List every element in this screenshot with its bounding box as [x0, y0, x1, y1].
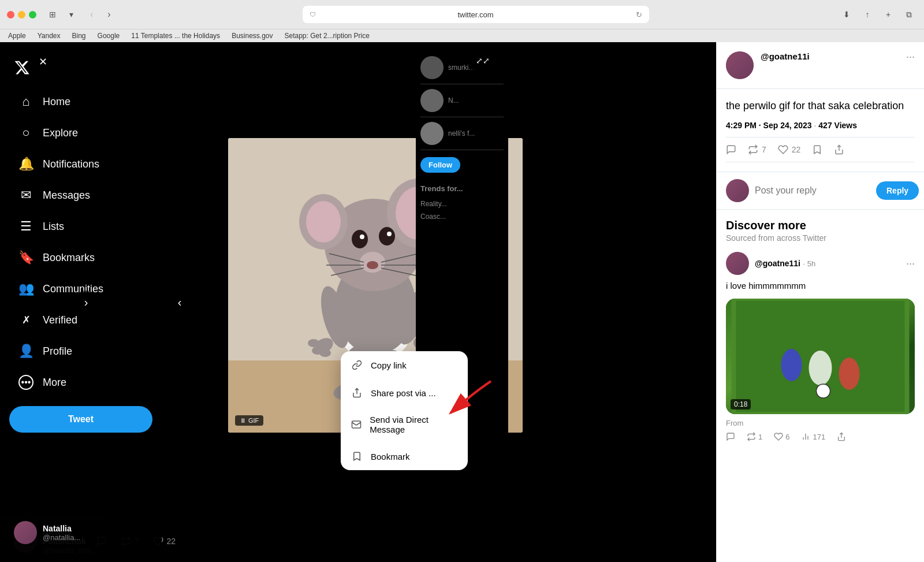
close-traffic-light[interactable]	[7, 11, 14, 18]
partial-text-2: N...	[448, 96, 459, 105]
reload-icon[interactable]: ↻	[636, 10, 642, 19]
discover-avatar[interactable]	[726, 252, 749, 275]
more-icon: •••	[18, 375, 33, 390]
sidebar-user-handle: @natallia...	[43, 533, 80, 542]
reply-button[interactable]: Reply	[876, 181, 919, 200]
sidebar-item-notifications[interactable]: 🔔 Notifications	[5, 150, 157, 178]
maximize-traffic-light[interactable]	[29, 11, 36, 18]
like-count-rp: 22	[792, 145, 801, 154]
sidebar-item-more[interactable]: ••• More	[5, 368, 157, 397]
expand-button[interactable]: ⤢⤢	[469, 51, 497, 70]
back-button[interactable]: ‹	[84, 8, 100, 21]
sidebar-item-lists[interactable]: ☰ Lists	[5, 212, 157, 241]
verified-icon: ✗	[18, 312, 33, 327]
bookmark-yandex[interactable]: Yandex	[38, 32, 61, 40]
follow-button[interactable]: Follow	[420, 157, 460, 173]
download-button[interactable]: ⬇	[839, 8, 855, 21]
sidebar-username: Natallia	[43, 524, 80, 533]
sidebar-toggle-button[interactable]: ⊞	[44, 8, 61, 21]
window-dropdown-button[interactable]: ▾	[63, 8, 79, 21]
minimize-traffic-light[interactable]	[18, 11, 25, 18]
discover-share-action[interactable]	[837, 432, 846, 441]
communities-icon: 👥	[18, 281, 33, 296]
bookmarks-bar: Apple Yandex Bing Google 11 Templates ..…	[0, 29, 924, 42]
bookmark-apple[interactable]: Apple	[8, 32, 26, 40]
sidebar-profile-label: Profile	[43, 345, 72, 358]
new-tab-button[interactable]: +	[880, 8, 896, 21]
tweet-actions: 7 22	[726, 137, 915, 162]
sidebar-verified-label: Verified	[43, 314, 77, 326]
share-post-label: Share post via ...	[371, 388, 436, 398]
bookmark-icon	[351, 451, 363, 462]
notifications-icon: 🔔	[18, 157, 33, 172]
trends-list: Reality... Coasc...	[420, 198, 504, 223]
partial-avatar-3	[420, 122, 444, 145]
discover-subtitle: Sourced from across Twitter	[726, 233, 915, 243]
bookmarks-icon: 🔖	[18, 250, 33, 265]
comment-button[interactable]	[726, 144, 736, 155]
sidebar-item-profile[interactable]: 👤 Profile	[5, 337, 157, 366]
prev-media-button[interactable]: ‹	[167, 291, 192, 315]
sidebar-nav: ⌂ Home ○ Explore 🔔 Notifications ✉ Messa…	[0, 87, 162, 397]
reply-avatar	[726, 179, 749, 202]
svg-point-12	[360, 235, 364, 239]
copy-link-label: Copy link	[371, 360, 407, 370]
tweet-author-avatar[interactable]	[726, 51, 754, 79]
discover-comment-action[interactable]	[726, 432, 735, 441]
right-panel: @goatne11i ··· the perwilo gif for that …	[716, 42, 924, 562]
home-icon: ⌂	[18, 94, 33, 109]
messages-icon: ✉	[18, 188, 33, 203]
sidebar-item-explore[interactable]: ○ Explore	[5, 118, 157, 147]
sidebar-item-messages[interactable]: ✉ Messages	[5, 181, 157, 210]
pause-icon: ⏸	[240, 417, 246, 424]
sidebar-home-label: Home	[43, 96, 70, 108]
address-bar[interactable]: 🛡 twitter.com ↻	[303, 6, 649, 23]
forward-button[interactable]: ›	[101, 8, 117, 21]
discover-retweet-action[interactable]: 1	[747, 432, 762, 441]
split-view-button[interactable]: ⧉	[901, 8, 917, 21]
like-button[interactable]: 22	[778, 144, 801, 155]
svg-point-43	[839, 358, 860, 390]
discover-views-action[interactable]: 171	[801, 432, 825, 441]
tweet-time: 4:29 PM · Sep 24, 2023	[726, 121, 812, 130]
retweet-button[interactable]: 7	[748, 144, 766, 155]
bookmark-setapp[interactable]: Setapp: Get 2...ription Price	[285, 32, 370, 40]
discover-media[interactable]: 0:18	[726, 299, 915, 414]
close-viewer-button[interactable]: ✕	[32, 51, 53, 72]
red-arrow	[427, 375, 497, 424]
tweet-text: the perwilo gif for that saka celebratio…	[726, 98, 915, 114]
bookmark-bing[interactable]: Bing	[72, 32, 86, 40]
svg-point-10	[352, 230, 368, 248]
url-display: twitter.com	[321, 10, 631, 19]
sidebar-item-home[interactable]: ⌂ Home	[5, 87, 157, 116]
gif-badge: ⏸ GIF	[235, 415, 263, 426]
next-media-button[interactable]: ›	[74, 291, 98, 315]
media-visual	[726, 299, 915, 414]
partial-follow-btn-container: Follow	[420, 157, 504, 173]
discover-more-button[interactable]: ···	[906, 258, 915, 270]
bookmark-templates[interactable]: 11 Templates ... the Holidays	[131, 32, 220, 40]
explore-icon: ○	[18, 125, 33, 140]
svg-point-15	[367, 261, 378, 269]
bookmark-google[interactable]: Google	[98, 32, 120, 40]
discover-from: From	[726, 419, 915, 427]
copy-link-icon	[351, 359, 363, 371]
sidebar-item-bookmarks[interactable]: 🔖 Bookmarks	[5, 243, 157, 272]
bookmark-item[interactable]: Bookmark	[341, 442, 468, 470]
share-button[interactable]: ↑	[859, 8, 875, 21]
bookmark-business[interactable]: Business.gov	[232, 32, 273, 40]
discover-user-info: @goatne11i · 5h	[755, 258, 900, 269]
reply-input[interactable]	[755, 185, 870, 196]
share-button-rp[interactable]	[834, 144, 844, 155]
bookmark-button[interactable]	[812, 144, 822, 155]
discover-like-action[interactable]: 6	[774, 432, 789, 441]
tweet-button[interactable]: Tweet	[9, 406, 152, 433]
share-post-icon	[351, 387, 363, 399]
discover-text: i love himmmmmmm	[726, 280, 915, 292]
copy-link-item[interactable]: Copy link	[341, 351, 468, 379]
tweet-content: the perwilo gif for that saka celebratio…	[717, 89, 924, 172]
toolbar-right: ⬇ ↑ + ⧉	[839, 8, 917, 21]
tweet-header: @goatne11i ···	[717, 42, 924, 89]
sidebar-user[interactable]: Natallia @natallia...	[5, 514, 157, 551]
tweet-more-button[interactable]: ···	[906, 51, 915, 62]
